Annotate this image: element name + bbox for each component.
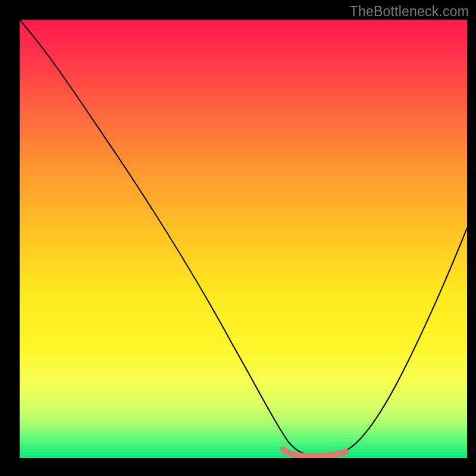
plot-area	[20, 20, 467, 458]
chart-frame: TheBottleneck.com	[0, 0, 476, 476]
valley-marker	[283, 449, 346, 456]
attribution-text: TheBottleneck.com	[350, 4, 469, 20]
bottleneck-curve	[20, 20, 467, 455]
curve-layer	[20, 20, 467, 458]
